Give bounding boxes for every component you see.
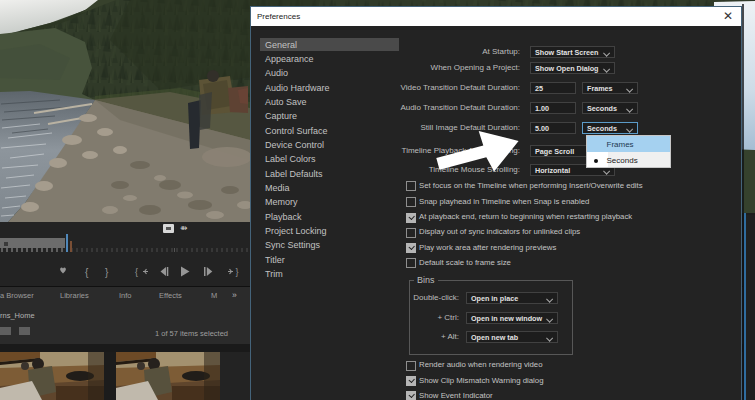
svg-text:{: { [85,267,89,278]
svg-text:}: } [105,267,109,278]
svg-text:{: { [135,267,138,277]
svg-text:}: } [236,267,239,277]
